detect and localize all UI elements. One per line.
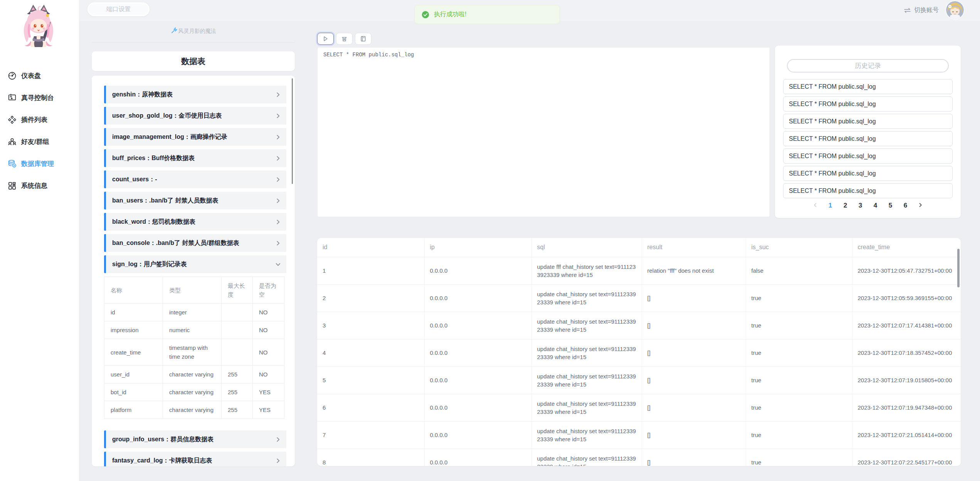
- schema-header-cell: 类型: [163, 277, 222, 304]
- table-list-item[interactable]: count_users：-: [104, 170, 286, 188]
- switch-account-button[interactable]: 切换账号: [904, 6, 939, 14]
- cell-ip: 0.0.0.0: [424, 394, 531, 421]
- schema-table: 名称类型最大长度是否为空idintegerNOimpressionnumeric…: [104, 277, 284, 419]
- user-avatar[interactable]: [946, 1, 964, 19]
- sidebar-item[interactable]: 真寻控制台: [0, 87, 79, 109]
- console-icon: [8, 93, 17, 102]
- table-list-item[interactable]: fantasy_card_log：卡牌获取日志表: [104, 452, 286, 466]
- toast-message: 执行成功啦!: [434, 10, 466, 19]
- chevron-right-icon: [275, 155, 281, 161]
- history-title-label: 历史记录: [855, 61, 881, 70]
- pagination-page[interactable]: 4: [872, 202, 879, 209]
- schema-cell: [222, 339, 253, 366]
- table-item-label: black_word：惩罚机制数据表: [112, 218, 195, 226]
- schema-cell: impression: [104, 321, 163, 339]
- sql-editor[interactable]: SELECT * FROM public.sql_log: [317, 47, 770, 217]
- sidebar: 仪表盘真寻控制台插件列表好友/群组数据库管理系统信息: [0, 0, 79, 481]
- sidebar-item-label: 好友/群组: [21, 137, 49, 146]
- cell-result: []: [642, 449, 746, 466]
- chevron-right-icon: [275, 134, 281, 140]
- chevron-down-icon: [275, 262, 281, 267]
- cell-sql: update chat_history set text=91112339233…: [531, 449, 642, 466]
- cell-id: 8: [317, 449, 424, 466]
- sidebar-item[interactable]: 好友/群组: [0, 131, 79, 153]
- table-row: 60.0.0.0update chat_history set text=911…: [317, 394, 961, 421]
- watermark-label: 风灵月影的魔法: [178, 28, 216, 35]
- schema-cell: character varying: [163, 401, 222, 419]
- schema-cell: 255: [222, 383, 253, 401]
- table-item-label: image_management_log：画廊操作记录: [112, 133, 227, 141]
- pagination-prev[interactable]: [812, 202, 819, 209]
- divider: [92, 42, 295, 43]
- sidebar-item-label: 数据库管理: [21, 159, 54, 168]
- sql-editor-text[interactable]: SELECT * FROM public.sql_log: [318, 47, 770, 62]
- cell-id: 6: [317, 394, 424, 421]
- table-list-item[interactable]: group_info_users：群员信息数据表: [104, 430, 286, 448]
- tables-scrollbar-thumb[interactable]: [292, 78, 293, 184]
- cell-ip: 0.0.0.0: [424, 257, 531, 284]
- table-list-item[interactable]: user_shop_gold_log：金币使用日志表: [104, 107, 286, 125]
- column-header-id: id: [317, 238, 424, 257]
- cell-ip: 0.0.0.0: [424, 339, 531, 366]
- table-row: 80.0.0.0update chat_history set text=911…: [317, 449, 961, 466]
- table-list-item[interactable]: black_word：惩罚机制数据表: [104, 213, 286, 231]
- sidebar-item[interactable]: 仪表盘: [0, 65, 79, 87]
- switch-account-label: 切换账号: [914, 6, 939, 14]
- tables-list-card: genshin：原神数据表user_shop_gold_log：金币使用日志表i…: [92, 76, 295, 466]
- column-header-ip: ip: [424, 238, 531, 257]
- schema-cell: create_time: [104, 339, 163, 366]
- query-log-button[interactable]: [355, 33, 371, 45]
- cell-ip: 0.0.0.0: [424, 312, 531, 339]
- schema-row: user_idcharacter varying255NO: [104, 366, 284, 383]
- pagination-page[interactable]: 6: [902, 202, 909, 209]
- history-item[interactable]: SELECT * FROM public.sql_log: [783, 166, 953, 181]
- plugins-icon: [8, 115, 17, 124]
- table-list-item[interactable]: ban_users：.ban/b了 封禁人员数据表: [104, 192, 286, 209]
- cell-create_time: 2023-12-30T12:07:22.545177+00:00: [852, 449, 961, 466]
- app-root: 仪表盘真寻控制台插件列表好友/群组数据库管理系统信息 端口设置 执行成功啦! 切…: [0, 0, 980, 481]
- cell-is_suc: true: [746, 449, 852, 466]
- cell-result: []: [642, 421, 746, 449]
- schema-row: impressionnumericNO: [104, 321, 284, 339]
- results-scrollbar-thumb[interactable]: [957, 249, 960, 287]
- tables-title: 数据表: [181, 56, 205, 67]
- pagination-page[interactable]: 1: [827, 202, 834, 209]
- bot-avatar: [19, 4, 58, 49]
- cell-result: []: [642, 366, 746, 394]
- port-settings-button[interactable]: 端口设置: [87, 2, 150, 16]
- cell-is_suc: true: [746, 284, 852, 312]
- chevron-right-icon: [275, 92, 281, 98]
- chevron-right-icon: [275, 177, 281, 182]
- schema-cell: character varying: [163, 366, 222, 383]
- schema-cell: NO: [253, 321, 284, 339]
- run-query-button[interactable]: [317, 33, 334, 45]
- pagination-page[interactable]: 3: [857, 202, 864, 209]
- history-item[interactable]: SELECT * FROM public.sql_log: [783, 131, 953, 146]
- schema-row: platformcharacter varying255YES: [104, 401, 284, 419]
- table-list-item[interactable]: ban_console：.ban/b了 封禁人员/群组数据表: [104, 234, 286, 252]
- pagination-page[interactable]: 2: [842, 202, 849, 209]
- history-item[interactable]: SELECT * FROM public.sql_log: [783, 79, 953, 94]
- pagination-next[interactable]: [917, 202, 924, 209]
- sidebar-item[interactable]: 插件列表: [0, 109, 79, 131]
- table-list-item[interactable]: genshin：原神数据表: [104, 86, 286, 103]
- table-list-item[interactable]: sign_log：用户签到记录表: [104, 255, 286, 273]
- history-item[interactable]: SELECT * FROM public.sql_log: [783, 149, 953, 164]
- history-item[interactable]: SELECT * FROM public.sql_log: [783, 183, 953, 198]
- port-settings-label: 端口设置: [106, 5, 131, 14]
- cell-is_suc: true: [746, 394, 852, 421]
- cell-create_time: 2023-12-30T12:07:17.414381+00:00: [852, 312, 961, 339]
- schema-row: bot_idcharacter varying255YES: [104, 383, 284, 401]
- table-list-item[interactable]: image_management_log：画廊操作记录: [104, 128, 286, 146]
- cell-is_suc: false: [746, 257, 852, 284]
- schema-cell: YES: [253, 401, 284, 419]
- sidebar-item[interactable]: 数据库管理: [0, 153, 79, 175]
- table-list-item[interactable]: buff_prices：Buff价格数据表: [104, 149, 286, 167]
- pagination-page[interactable]: 5: [887, 202, 894, 209]
- schema-cell: 255: [222, 401, 253, 419]
- schema-cell: YES: [253, 383, 284, 401]
- sidebar-item[interactable]: 系统信息: [0, 175, 79, 197]
- history-item[interactable]: SELECT * FROM public.sql_log: [783, 114, 953, 129]
- history-item[interactable]: SELECT * FROM public.sql_log: [783, 96, 953, 111]
- clear-query-button[interactable]: [336, 33, 353, 45]
